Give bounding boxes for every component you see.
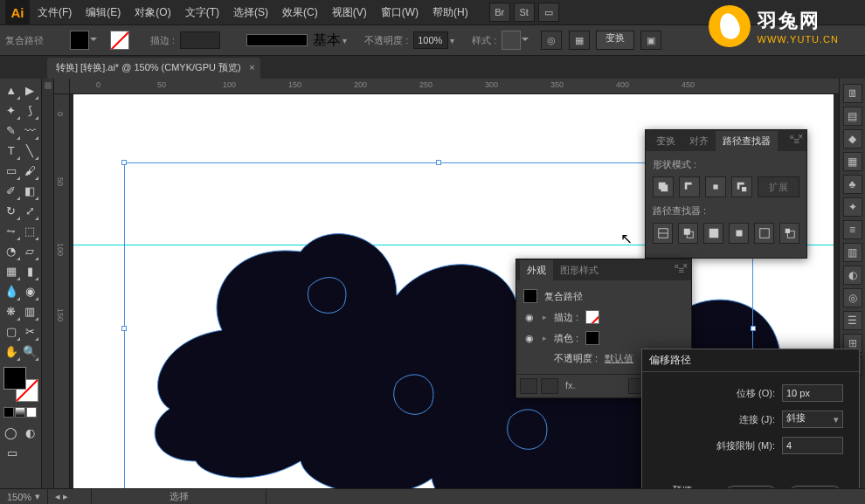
eraser-tool[interactable]: ◧ — [21, 181, 40, 201]
stroke-row[interactable]: ◉ ▸ 描边 : — [523, 307, 684, 328]
eyedropper-tool[interactable]: 💧 — [2, 281, 21, 301]
direct-selection-tool[interactable]: ▶ — [21, 80, 40, 100]
recolor-icon[interactable]: ◎ — [541, 31, 562, 50]
bridge-button[interactable]: Br — [489, 3, 510, 22]
brush-tool[interactable]: 🖌 — [21, 161, 40, 181]
shape-builder-tool[interactable]: ◔ — [2, 241, 21, 261]
hand-tool[interactable]: ✋ — [2, 342, 21, 362]
minus-front-button[interactable] — [679, 176, 700, 197]
offset-path-dialog[interactable]: 偏移路径 位移 (O): 连接 (J): 斜接 斜接限制 (M): 预览 (P)… — [641, 349, 860, 504]
menu-view[interactable]: 视图(V) — [326, 2, 373, 24]
opacity-input[interactable] — [413, 31, 448, 49]
free-transform-tool[interactable]: ⬚ — [21, 221, 40, 241]
ruler-vertical[interactable]: 0 50 100 150 — [54, 94, 70, 488]
visibility-toggle-icon[interactable]: ◉ — [523, 312, 536, 323]
resize-handle-w[interactable] — [121, 326, 127, 331]
gradient-panel-icon[interactable]: ▥ — [843, 243, 862, 262]
expand-button[interactable]: 扩展 — [758, 176, 799, 197]
width-tool[interactable]: ⥊ — [2, 221, 21, 241]
lasso-tool[interactable]: ⟆ — [21, 100, 40, 121]
symbols-panel-icon[interactable]: ✦ — [843, 197, 862, 217]
exclude-button[interactable] — [731, 176, 752, 197]
minus-back-button[interactable] — [779, 223, 799, 244]
pathfinder-panel[interactable]: «× 变换 对齐 路径查找器 ≡ 形状模式 : 扩展 路径查找器 : — [645, 129, 807, 259]
fill-swatch[interactable] — [70, 31, 89, 50]
tab-transform[interactable]: 变换 — [649, 131, 682, 151]
panel-close-icon[interactable]: × — [798, 132, 803, 142]
rotate-tool[interactable]: ↻ — [2, 201, 21, 221]
menu-window[interactable]: 窗口(W) — [375, 2, 425, 24]
none-mode-icon[interactable] — [26, 407, 37, 418]
new-fill-icon[interactable] — [541, 378, 558, 394]
draw-mode-normal[interactable]: ◯ — [2, 423, 21, 443]
symbol-sprayer-tool[interactable]: ❋ — [2, 301, 21, 321]
divide-button[interactable] — [653, 223, 673, 244]
panel-handle-icon[interactable] — [45, 82, 52, 89]
curvature-tool[interactable]: 〰 — [21, 121, 40, 141]
scale-tool[interactable]: ⤢ — [21, 201, 40, 221]
swatches-panel-icon[interactable]: ▦ — [843, 152, 862, 171]
crop-button[interactable] — [729, 223, 749, 244]
perspective-tool[interactable]: ▱ — [21, 241, 40, 261]
brush-preview[interactable] — [246, 34, 308, 46]
panel-close-icon[interactable]: × — [682, 261, 688, 271]
properties-panel-icon[interactable]: 🗏 — [843, 84, 862, 103]
tab-pathfinder[interactable]: 路径查找器 — [716, 131, 778, 151]
new-stroke-icon[interactable] — [520, 378, 537, 394]
brushes-panel-icon[interactable]: ♣ — [843, 175, 862, 194]
fill-stroke-proxy[interactable] — [3, 367, 38, 402]
resize-handle-e[interactable] — [751, 326, 756, 331]
magic-wand-tool[interactable]: ✦ — [2, 100, 21, 121]
outline-button[interactable] — [754, 223, 774, 244]
offset-input[interactable] — [782, 384, 843, 402]
expand-arrow-icon[interactable]: ▸ — [543, 334, 547, 342]
slice-tool[interactable]: ✂ — [21, 321, 40, 342]
mesh-tool[interactable]: ▦ — [2, 261, 21, 281]
gradient-tool[interactable]: ▮ — [21, 261, 40, 281]
resize-handle-n[interactable] — [436, 160, 441, 165]
tab-appearance[interactable]: 外观 — [520, 260, 553, 280]
trim-button[interactable] — [678, 223, 698, 244]
ruler-horizontal[interactable]: 0 50 100 150 200 250 300 350 400 450 — [70, 79, 839, 94]
line-tool[interactable]: ╲ — [21, 141, 40, 161]
gradient-mode-icon[interactable] — [15, 407, 25, 418]
pen-tool[interactable]: ✎ — [2, 121, 21, 141]
draw-mode-behind[interactable]: ◐ — [21, 423, 40, 443]
appearance-panel-icon[interactable]: ◎ — [843, 288, 862, 307]
menu-select[interactable]: 选择(S) — [227, 2, 274, 24]
tab-graphic-styles[interactable]: 图形样式 — [553, 260, 606, 280]
screen-mode-tool[interactable]: ▭ — [2, 443, 22, 463]
merge-button[interactable] — [703, 223, 723, 244]
opacity-value-link[interactable]: 默认值 — [605, 352, 633, 365]
intersect-button[interactable] — [705, 176, 726, 197]
graph-tool[interactable]: ▥ — [21, 301, 40, 321]
menu-file[interactable]: 文件(F) — [31, 2, 78, 24]
panel-collapse-icon[interactable]: « — [675, 261, 680, 271]
layers-panel-icon[interactable]: ☰ — [843, 311, 862, 330]
align-icon[interactable]: ▦ — [569, 31, 590, 50]
add-effect-label[interactable]: fx. — [562, 378, 579, 394]
expand-arrow-icon[interactable]: ▸ — [543, 313, 547, 321]
zoom-tool[interactable]: 🔍 — [21, 342, 40, 362]
blend-tool[interactable]: ◉ — [21, 281, 40, 301]
rectangle-tool[interactable]: ▭ — [2, 161, 21, 181]
unite-button[interactable] — [653, 176, 674, 197]
type-tool[interactable]: T — [2, 141, 21, 161]
resize-handle-nw[interactable] — [121, 160, 127, 165]
menu-object[interactable]: 对象(O) — [128, 2, 176, 24]
fill-value-swatch[interactable] — [585, 331, 599, 345]
shaper-tool[interactable]: ✐ — [2, 181, 21, 201]
color-panel-icon[interactable]: ◆ — [843, 129, 862, 148]
menu-type[interactable]: 文字(T) — [179, 2, 225, 24]
color-mode-icon[interactable] — [3, 407, 14, 418]
menu-effect[interactable]: 效果(C) — [276, 2, 324, 24]
artboard-tool[interactable]: ▢ — [2, 321, 21, 342]
libraries-panel-icon[interactable]: ▤ — [843, 107, 862, 126]
transparency-panel-icon[interactable]: ◐ — [843, 266, 862, 285]
stock-button[interactable]: St — [514, 3, 535, 22]
brush-basic[interactable]: 基本 — [313, 31, 347, 50]
miter-input[interactable] — [782, 437, 843, 454]
ruler-origin[interactable] — [54, 79, 70, 94]
stroke-swatch[interactable] — [110, 31, 129, 50]
opacity-value[interactable] — [413, 31, 454, 49]
